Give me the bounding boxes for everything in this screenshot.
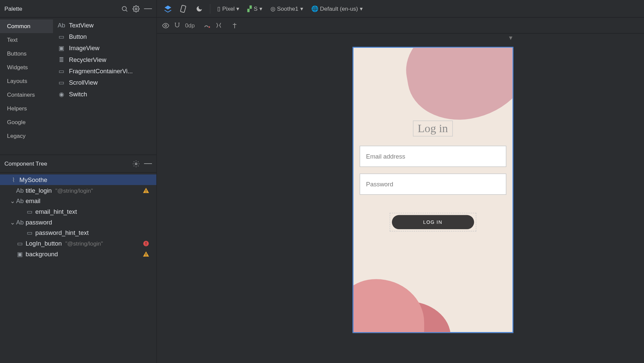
node-icon: ▭ bbox=[26, 208, 34, 215]
svg-marker-11 bbox=[165, 5, 171, 9]
svg-rect-12 bbox=[180, 5, 186, 12]
error-icon[interactable] bbox=[143, 240, 149, 247]
palette-category-legacy[interactable]: Legacy bbox=[0, 129, 53, 143]
layers-icon[interactable] bbox=[161, 3, 175, 14]
widget-icon: ▣ bbox=[58, 44, 66, 52]
palette-item[interactable]: ▭ScrollView bbox=[53, 77, 156, 88]
palette-category-buttons[interactable]: Buttons bbox=[0, 47, 53, 61]
warning-icon[interactable] bbox=[143, 187, 149, 194]
svg-rect-8 bbox=[146, 245, 146, 245]
chevron-down-icon: ▾ bbox=[360, 5, 363, 12]
svg-rect-7 bbox=[146, 242, 146, 244]
tree-node[interactable]: ▭email_hint_text bbox=[0, 206, 156, 217]
palette-item[interactable]: AbTextView bbox=[53, 19, 156, 31]
tree-node[interactable]: ⌄Abpassword bbox=[0, 217, 156, 228]
palette-category-common[interactable]: Common bbox=[0, 19, 53, 33]
email-field[interactable]: Email address bbox=[359, 146, 506, 167]
tree-node-label: LogIn_button bbox=[26, 240, 62, 247]
gear-icon[interactable] bbox=[133, 160, 140, 167]
theme-picker[interactable]: ◎ Soothe1 ▾ bbox=[268, 4, 306, 14]
device-picker[interactable]: ▯ Pixel ▾ bbox=[215, 4, 242, 14]
svg-point-0 bbox=[122, 6, 126, 10]
device-preview[interactable]: Log in Email address Password LOG IN bbox=[352, 47, 513, 333]
tree-node-label: title_login bbox=[26, 187, 52, 194]
svg-rect-10 bbox=[146, 255, 146, 256]
background-blob bbox=[352, 279, 424, 333]
palette-header: Palette — bbox=[0, 0, 156, 18]
svg-rect-9 bbox=[146, 253, 146, 255]
design-sub-toolbar: 0dp ! bbox=[157, 18, 644, 34]
orientation-icon[interactable] bbox=[177, 3, 190, 14]
palette-title: Palette bbox=[4, 5, 121, 12]
default-margin[interactable]: 0dp bbox=[185, 22, 195, 29]
palette-category-text[interactable]: Text bbox=[0, 33, 53, 47]
guidelines-icon[interactable] bbox=[231, 22, 238, 29]
palette-item-label: RecyclerView bbox=[69, 56, 106, 63]
palette-item[interactable]: ▭Button bbox=[53, 31, 156, 42]
nightmode-icon[interactable] bbox=[193, 3, 206, 14]
node-icon: ▭ bbox=[16, 240, 24, 247]
login-title[interactable]: Log in bbox=[413, 120, 453, 137]
palette-category-google[interactable]: Google bbox=[0, 115, 53, 129]
tree-node-hint: "@string/login" bbox=[55, 187, 93, 194]
tree-node[interactable]: ▭password_hint_text bbox=[0, 228, 156, 238]
palette-item[interactable]: ≣RecyclerView bbox=[53, 54, 156, 65]
tree-node[interactable]: ⌄Abemail bbox=[0, 196, 156, 206]
widget-icon: ≣ bbox=[58, 56, 66, 64]
search-icon[interactable] bbox=[121, 5, 128, 12]
svg-rect-4 bbox=[146, 189, 146, 191]
password-field[interactable]: Password bbox=[359, 174, 506, 195]
background-blob bbox=[399, 47, 513, 128]
gear-icon[interactable] bbox=[133, 5, 140, 12]
tree-node-label: email bbox=[26, 197, 41, 204]
tree-node-label: password bbox=[26, 218, 52, 225]
palette-category-widgets[interactable]: Widgets bbox=[0, 61, 53, 74]
magnet-icon[interactable] bbox=[174, 22, 181, 29]
palette-item-label: Switch bbox=[69, 91, 87, 98]
design-canvas[interactable]: ▼ Log in Email address Password LOG IN ⋰… bbox=[157, 33, 644, 363]
palette-item-label: FragmentContainerVi... bbox=[69, 68, 133, 75]
api-picker[interactable]: ▞ S ▾ bbox=[245, 4, 265, 14]
palette-category-helpers[interactable]: Helpers bbox=[0, 102, 53, 115]
tree-node-label: MySoothe bbox=[19, 176, 47, 183]
eye-icon[interactable] bbox=[162, 22, 169, 29]
svg-line-1 bbox=[126, 10, 127, 11]
palette-item-label: Button bbox=[69, 33, 87, 40]
chevron-icon[interactable]: ⌄ bbox=[10, 197, 16, 204]
chevron-down-icon: ▾ bbox=[236, 5, 239, 12]
tree-node[interactable]: ⌇MySoothe bbox=[0, 174, 156, 185]
minimize-icon[interactable]: — bbox=[144, 5, 152, 12]
widget-icon: ▭ bbox=[58, 33, 66, 41]
login-button-wrap[interactable]: LOG IN bbox=[390, 213, 476, 231]
clear-constraints-icon[interactable] bbox=[204, 22, 211, 29]
minimize-icon[interactable]: — bbox=[144, 160, 152, 167]
widget-icon: Ab bbox=[58, 21, 66, 29]
warning-icon[interactable] bbox=[143, 251, 149, 257]
login-button[interactable]: LOG IN bbox=[392, 215, 474, 229]
locale-picker[interactable]: 🌐 Default (en-us) ▾ bbox=[309, 4, 366, 14]
tree-node-label: email_hint_text bbox=[35, 208, 77, 215]
palette-item[interactable]: ▭FragmentContainerVi... bbox=[53, 65, 156, 77]
widget-icon: ◉ bbox=[58, 90, 66, 98]
palette-category-containers[interactable]: Containers bbox=[0, 88, 53, 102]
widget-icon: ▭ bbox=[58, 79, 66, 87]
email-hint: Email address bbox=[366, 153, 405, 160]
palette-category-layouts[interactable]: Layouts bbox=[0, 74, 53, 88]
infer-constraints-icon[interactable] bbox=[215, 22, 222, 29]
svg-rect-5 bbox=[146, 192, 146, 192]
svg-point-3 bbox=[135, 163, 137, 164]
password-hint: Password bbox=[366, 181, 393, 188]
svg-point-13 bbox=[165, 24, 166, 26]
tree-node[interactable]: ▣background bbox=[0, 249, 156, 259]
tree-node[interactable]: Abtitle_login"@string/login" bbox=[0, 185, 156, 196]
palette-item[interactable]: ▣ImageView bbox=[53, 42, 156, 54]
chevron-icon[interactable]: ⌄ bbox=[10, 218, 16, 225]
palette-item-label: ScrollView bbox=[69, 79, 98, 86]
widget-icon: ▭ bbox=[58, 67, 66, 75]
tree-node-label: password_hint_text bbox=[35, 229, 89, 236]
tree-node[interactable]: ▭LogIn_button"@string/login" bbox=[0, 238, 156, 249]
chevron-down-icon: ▾ bbox=[300, 5, 303, 12]
node-icon: ▣ bbox=[16, 250, 24, 257]
tree-node-label: background bbox=[26, 250, 58, 257]
palette-item[interactable]: ◉Switch bbox=[53, 88, 156, 100]
